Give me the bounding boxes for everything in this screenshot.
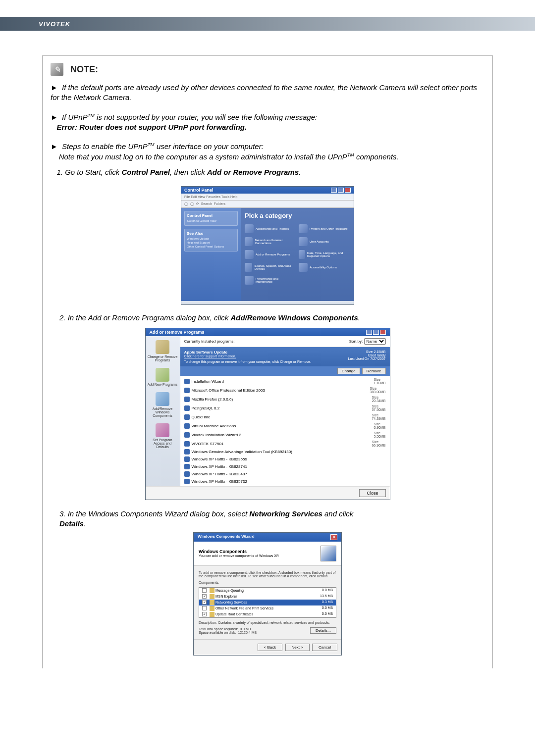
cp-category[interactable]: Performance and Maintenance [245, 276, 296, 285]
checkbox[interactable]: ✓ [202, 612, 207, 616]
component-row[interactable]: ✓Update Root Certificates0.0 MB [199, 611, 336, 617]
arp-side-item[interactable]: Add/Remove Windows Components [148, 392, 178, 417]
desc-row: Description: Contains a variety of speci… [199, 621, 336, 624]
cp-category[interactable]: Printers and Other Hardware [299, 224, 350, 233]
arp-side-item[interactable]: Set Program Access and Defaults [148, 423, 178, 449]
minimize-icon[interactable] [366, 330, 372, 335]
arp-row[interactable]: PostgreSQL 8.2Size 57.50MB [184, 403, 386, 412]
arp-row[interactable]: Microsoft Office Professional Edition 20… [184, 386, 386, 395]
arp-row[interactable]: Windows Genuine Advantage Validation Too… [184, 448, 386, 455]
arp-row[interactable]: Virtual Machine AdditionsSize 0.90MB [184, 421, 386, 430]
size-val: 2.15MB [374, 350, 385, 353]
page-content: ✎ NOTE: ► If the default ports are alrea… [0, 31, 535, 668]
program-icon [184, 423, 190, 429]
category-icon [245, 276, 254, 285]
program-icon [184, 464, 190, 469]
control-panel-screenshot: Control Panel File Edit View Favorites T… [181, 186, 354, 305]
step-bold: Control Panel [121, 168, 170, 176]
program-size: Size 383.00MB [370, 387, 386, 394]
cp-category[interactable]: User Accounts [299, 237, 350, 246]
arp-selected-row[interactable]: Size 2.15MB Used rarely Last Used On 7/2… [180, 347, 390, 366]
cp-side-link[interactable]: Switch to Classic View [187, 219, 235, 222]
close-icon[interactable] [380, 330, 386, 335]
cp-category[interactable]: Accessibility Options [299, 263, 350, 272]
category-icon [245, 250, 254, 259]
component-row[interactable]: Message Queuing0.0 MB [199, 588, 336, 594]
details-button[interactable]: Details... [310, 627, 336, 634]
box-icon [156, 340, 169, 354]
back-button[interactable]: < Back [258, 644, 283, 651]
cancel-button[interactable]: Cancel [312, 644, 337, 651]
cp-side-link[interactable]: Help and Support [187, 241, 235, 244]
wiz-sub: You can add or remove components of Wind… [199, 554, 279, 557]
cp-cat-label: Network and Internet Connections [255, 239, 296, 245]
desc-text: Contains a variety of specialized, netwo… [218, 621, 330, 624]
next-button[interactable]: Next > [285, 644, 310, 651]
cp-category[interactable]: Add or Remove Programs [245, 250, 296, 259]
arp-row[interactable]: VIVOTEK ST7501Size 66.96MB [184, 439, 386, 448]
used-val: rarely [377, 353, 386, 357]
arp-row[interactable]: Windows XP Hotfix - KB835732 [184, 478, 386, 485]
cp-category[interactable]: Date, Time, Language, and Regional Optio… [299, 250, 350, 259]
arp-row[interactable]: Windows XP Hotfix - KB823559 [184, 455, 386, 463]
component-row[interactable]: Other Network File and Print Services0.0… [199, 605, 336, 611]
program-icon [184, 479, 190, 484]
checkbox[interactable] [202, 588, 207, 593]
cp-menubar: File Edit View Favorites Tools Help [181, 194, 354, 201]
sort-select[interactable]: Name [364, 338, 386, 345]
close-icon[interactable] [345, 188, 351, 193]
maximize-icon[interactable] [373, 330, 379, 335]
checkbox[interactable] [202, 606, 207, 610]
arp-row[interactable]: Windows XP Hotfix - KB828741 [184, 463, 386, 470]
cp-category[interactable]: Sounds, Speech, and Audio Devices [245, 263, 296, 272]
arp-row[interactable]: QuickTimeSize 74.39MB [184, 412, 386, 421]
cp-main-title: Pick a category [245, 212, 350, 219]
cp-category[interactable]: Appearance and Themes [245, 224, 296, 233]
arp-row[interactable]: Installation WizardSize 1.10MB [184, 377, 386, 386]
checkbox[interactable]: ✓ [202, 594, 207, 599]
windows-components-wizard-screenshot: Windows Components Wizard × Windows Comp… [193, 532, 342, 655]
component-row-selected[interactable]: ✓Networking Services0.3 MB [199, 600, 336, 605]
category-icon [299, 224, 308, 233]
wiz-titlebar: Windows Components Wizard × [194, 533, 341, 542]
note-item-3: ► Steps to enable the UPnPTM user interf… [51, 141, 484, 177]
used-label: Used [368, 353, 376, 357]
program-name: Installation Wizard [192, 379, 224, 384]
cp-cat-label: Appearance and Themes [256, 227, 289, 230]
arp-row[interactable]: Windows XP Hotfix - KB833407 [184, 470, 386, 478]
remove-button[interactable]: Remove [362, 368, 386, 374]
step-frag: . [299, 168, 301, 176]
cp-main: Pick a category Appearance and Themes Pr… [241, 208, 354, 301]
close-icon[interactable]: × [330, 534, 337, 540]
program-icon [184, 405, 190, 411]
arp-row[interactable]: Mozilla Firefox (2.0.0.6)Size 20.34MB [184, 395, 386, 403]
change-button[interactable]: Change [337, 368, 360, 374]
minimize-icon[interactable] [331, 188, 337, 193]
close-button[interactable]: Close [359, 489, 385, 497]
cp-side-title: Control Panel [187, 213, 235, 218]
note-item-1: ► If the default ports are already used … [51, 83, 484, 103]
arp-row[interactable]: Vivotek Installation Wizard 2Size 5.50MB [184, 430, 386, 439]
tm-sup: TM [88, 112, 95, 118]
note-frag: Note that you must log on to the compute… [59, 152, 347, 161]
note-frag: If UPnP [62, 113, 88, 121]
arp-main: Currently installed programs: Sort by: N… [180, 336, 390, 486]
arp-sidebar: Change or Remove Programs Add New Progra… [146, 336, 180, 486]
cp-category[interactable]: Network and Internet Connections [245, 237, 296, 246]
change-text: To change this program or remove it from… [184, 360, 386, 363]
note-item-2: ► If UPnPTM is not supported by your rou… [51, 112, 484, 133]
cp-cat-label: Performance and Maintenance [256, 277, 296, 283]
program-size: Size 74.39MB [372, 413, 385, 420]
cp-side-link[interactable]: Windows Update [187, 237, 235, 240]
arp-side-item[interactable]: Add New Programs [148, 368, 178, 386]
checkbox[interactable]: ✓ [202, 600, 207, 605]
step-bold: Add/Remove Windows Components [230, 313, 358, 322]
arp-list: Installation WizardSize 1.10MB Microsoft… [180, 376, 390, 486]
step-3: 3. In the Windows Components Wizard dial… [59, 509, 484, 529]
arp-side-item[interactable]: Change or Remove Programs [148, 340, 178, 362]
cp-cat-label: Add or Remove Programs [256, 253, 290, 256]
component-row[interactable]: ✓MSN Explorer13.5 MB [199, 594, 336, 600]
maximize-icon[interactable] [338, 188, 344, 193]
cp-side-link[interactable]: Other Control Panel Options [187, 245, 235, 248]
category-icon [299, 263, 308, 272]
